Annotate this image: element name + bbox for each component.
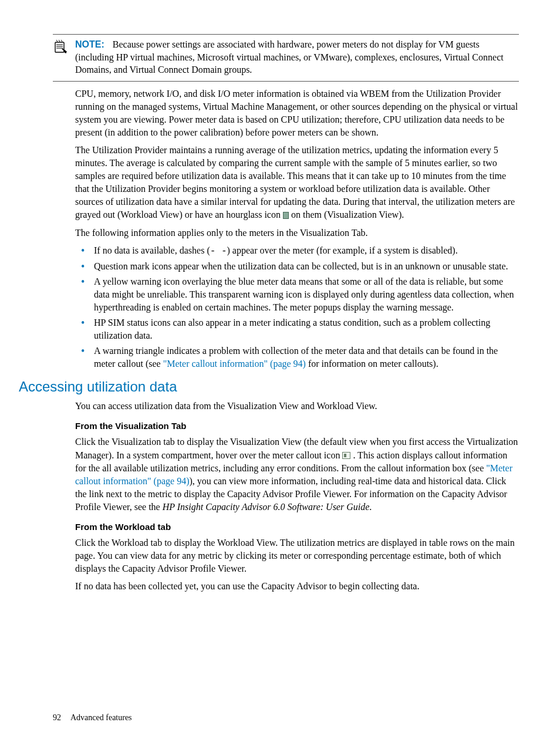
paragraph: The Utilization Provider maintains a run… bbox=[75, 144, 519, 221]
list-item: A yellow warning icon overlaying the blu… bbox=[75, 275, 519, 314]
svg-rect-0 bbox=[55, 42, 64, 52]
paragraph: Click the Workload tab to display the Wo… bbox=[75, 536, 519, 575]
link-text[interactable]: "Meter callout information" (page 94) bbox=[163, 359, 306, 369]
note-body: NOTE:Because power settings are associat… bbox=[75, 38, 519, 76]
note-icon bbox=[53, 38, 75, 56]
hourglass-icon bbox=[283, 212, 289, 219]
code-run: - - bbox=[210, 246, 227, 256]
text-run: on them (Visualization View). bbox=[289, 210, 404, 220]
list-item: If no data is available, dashes (- -) ap… bbox=[75, 244, 519, 258]
section-content: You can access utilization data from the… bbox=[75, 400, 519, 593]
paragraph: Click the Visualization tab to display t… bbox=[75, 436, 519, 513]
text-run: If no data is available, dashes ( bbox=[94, 245, 210, 255]
text-run: . bbox=[369, 502, 372, 512]
section-name: Advanced features bbox=[70, 713, 132, 722]
list-item: HP SIM status icons can also appear in a… bbox=[75, 316, 519, 342]
note-label: NOTE: bbox=[75, 39, 104, 49]
note-text: Because power settings are associated wi… bbox=[75, 39, 504, 75]
italic-text: HP Insight Capacity Advisor 6.0 Software… bbox=[163, 502, 370, 512]
page-number: 92 bbox=[53, 713, 61, 722]
paragraph: The following information applies only t… bbox=[75, 227, 519, 239]
meter-callout-icon bbox=[342, 452, 350, 459]
paragraph: If no data has been collected yet, you c… bbox=[75, 580, 519, 593]
paragraph: CPU, memory, network I/O, and disk I/O m… bbox=[75, 87, 519, 139]
list-item: Question mark icons appear when the util… bbox=[75, 260, 519, 273]
heading-3: From the Visualization Tab bbox=[75, 421, 519, 431]
main-content: CPU, memory, network I/O, and disk I/O m… bbox=[75, 87, 519, 371]
text-run: for information on meter callouts). bbox=[306, 359, 438, 369]
paragraph: You can access utilization data from the… bbox=[75, 400, 519, 413]
list-item: A warning triangle indicates a problem w… bbox=[75, 345, 519, 370]
heading-3: From the Workload tab bbox=[75, 522, 519, 532]
bullet-list: If no data is available, dashes (- -) ap… bbox=[75, 244, 519, 371]
heading-2: Accessing utilization data bbox=[19, 379, 519, 395]
note-block: NOTE:Because power settings are associat… bbox=[53, 34, 519, 82]
page-footer: 92Advanced features bbox=[53, 713, 132, 723]
text-run: ) appear over the meter (for example, if… bbox=[227, 245, 458, 255]
document-page: NOTE:Because power settings are associat… bbox=[0, 0, 560, 746]
text-run: The Utilization Provider maintains a run… bbox=[75, 145, 515, 220]
